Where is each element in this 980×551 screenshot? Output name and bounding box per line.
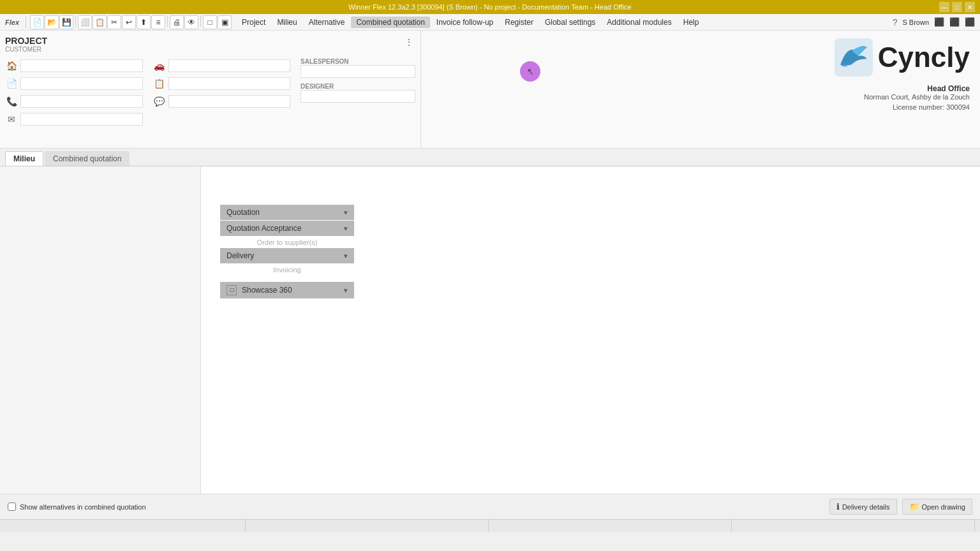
- field2b-input[interactable]: [168, 77, 291, 90]
- menu-register[interactable]: Register: [500, 17, 538, 28]
- quotation-label: Quotation: [226, 208, 260, 217]
- msg-row: 🚗: [153, 58, 291, 73]
- menu-invoice-followup[interactable]: Invoice follow-up: [431, 17, 498, 28]
- menu-bar: Flex 📄 📂 💾 ⬜ 📋 ✂ ↩ ⬆ ≡ 🖨 👁 □ ▣ Project M…: [0, 14, 980, 31]
- print-btn[interactable]: 🖨: [170, 15, 184, 29]
- show-alternatives-section: Show alternatives in combined quotation: [8, 503, 146, 511]
- quotation-acceptance-chevron: ▾: [344, 224, 348, 233]
- toolbar-icon-right2[interactable]: ⬛: [949, 17, 960, 27]
- cursor-indicator: ↖: [520, 61, 540, 82]
- license-info: License number: 300094: [893, 103, 970, 111]
- delivery-chevron: ▾: [344, 252, 348, 260]
- project-panel: PROJECT CUSTOMER ⋮ 🏠 📄: [0, 31, 421, 148]
- help-icon[interactable]: ?: [893, 17, 898, 27]
- field2a-input[interactable]: [168, 59, 291, 72]
- show-alternatives-checkbox[interactable]: [8, 503, 16, 511]
- paste-btn[interactable]: 📋: [93, 15, 107, 29]
- designer-label: DESIGNER: [301, 83, 415, 90]
- doc2-icon: 📋: [153, 77, 166, 90]
- phone-icon: 📞: [5, 95, 18, 108]
- company-name: Head Office: [864, 84, 970, 93]
- salesperson-input[interactable]: [301, 65, 415, 78]
- folder-icon: 📁: [909, 502, 919, 511]
- toolbar-icon-right1[interactable]: ⬛: [934, 17, 944, 27]
- options-btn[interactable]: ⋮: [403, 36, 415, 48]
- company-info: Head Office Norman Court, Ashby de la Zo…: [864, 84, 970, 101]
- cyncly-icon: [835, 38, 873, 77]
- menu-additional-modules[interactable]: Additional modules: [602, 17, 676, 28]
- email-row: ✉: [5, 112, 143, 127]
- workflow-delivery[interactable]: Delivery ▾: [220, 248, 354, 263]
- doc-icon: 📄: [5, 77, 18, 90]
- workflow-quotation-acceptance[interactable]: Quotation Acceptance ▾: [220, 221, 354, 236]
- tab-combined-quotation[interactable]: Combined quotation: [45, 151, 130, 166]
- status-bar: [0, 519, 980, 532]
- showcase-icon: ☐: [226, 285, 237, 295]
- workflow-showcase[interactable]: ☐ Showcase 360 ▾: [220, 282, 354, 298]
- workflow-order-to-supplier: Order to supplier(s): [220, 237, 354, 248]
- status-cell-1: [5, 520, 246, 532]
- tab-milieu[interactable]: Milieu: [5, 151, 43, 166]
- info-icon: ℹ: [836, 502, 840, 511]
- cyncly-text: Cyncly: [878, 41, 970, 73]
- toolbar-icon-right3[interactable]: ⬛: [965, 17, 975, 27]
- minimize-button[interactable]: —: [939, 2, 949, 12]
- showcase-label: Showcase 360: [242, 286, 292, 295]
- project-header: PROJECT CUSTOMER ⋮: [5, 36, 415, 53]
- title-bar: Winner Flex 12.3a2.3 [300094] (S Brown) …: [0, 0, 980, 14]
- open-drawing-label: Open drawing: [922, 503, 966, 511]
- menu-global-settings[interactable]: Global settings: [540, 17, 600, 28]
- workflow-quotation[interactable]: Quotation ▾: [220, 205, 354, 220]
- company-address: Norman Court, Ashby de la Zouch: [864, 93, 970, 101]
- menu-milieu[interactable]: Milieu: [272, 17, 302, 28]
- maximize-button[interactable]: □: [952, 2, 962, 12]
- doc-input[interactable]: [20, 77, 143, 90]
- doc-row: 📄: [5, 76, 143, 91]
- title-text: Winner Flex 12.3a2.3 [300094] (S Brown) …: [348, 3, 631, 11]
- show-alternatives-label: Show alternatives in combined quotation: [20, 503, 146, 511]
- bottom-bar: Show alternatives in combined quotation …: [0, 494, 980, 519]
- field2c-input[interactable]: [168, 95, 291, 108]
- email-input[interactable]: [20, 113, 143, 126]
- preview-btn[interactable]: 👁: [184, 15, 198, 29]
- menu-combined-quotation[interactable]: Combined quotation: [351, 17, 429, 28]
- status-cell-2: [248, 520, 489, 532]
- address-input[interactable]: [20, 59, 143, 72]
- left-sidebar: [0, 166, 201, 494]
- open-btn[interactable]: 📂: [45, 15, 59, 29]
- menu-project[interactable]: Project: [237, 17, 271, 28]
- cut-btn[interactable]: ✂: [107, 15, 121, 29]
- project-subtitle: CUSTOMER: [5, 46, 47, 53]
- flex-label: Flex: [3, 18, 22, 26]
- home-icon: 🏠: [5, 59, 18, 72]
- designer-input[interactable]: [301, 90, 415, 103]
- lower-content: Quotation ▾ Quotation Acceptance ▾ Order…: [0, 166, 980, 494]
- salesperson-section: SALESPERSON: [301, 58, 415, 78]
- menu-help[interactable]: Help: [678, 17, 704, 28]
- main-content: PROJECT CUSTOMER ⋮ 🏠 📄: [0, 31, 980, 494]
- extra-btn2[interactable]: ▣: [218, 15, 232, 29]
- close-button[interactable]: ✕: [965, 2, 975, 12]
- new-btn[interactable]: 📄: [30, 15, 44, 29]
- menu-alternative[interactable]: Alternative: [304, 17, 350, 28]
- copy-btn[interactable]: ⬜: [78, 15, 92, 29]
- project-title: PROJECT: [5, 36, 47, 46]
- open-drawing-btn[interactable]: 📁 Open drawing: [902, 499, 973, 515]
- phone-input[interactable]: [20, 95, 143, 108]
- right-panel: ↖ Cyncly Head Office Norman Court, Ashby…: [421, 31, 980, 148]
- designer-section: DESIGNER: [301, 83, 415, 103]
- save-btn[interactable]: 💾: [59, 15, 73, 29]
- delivery-details-btn[interactable]: ℹ Delivery details: [829, 499, 897, 515]
- doc2-row: 📋: [153, 76, 291, 91]
- redo-btn[interactable]: ⬆: [137, 15, 151, 29]
- quotation-acceptance-label: Quotation Acceptance: [226, 224, 301, 233]
- email-icon: ✉: [5, 113, 18, 126]
- undo-btn[interactable]: ↩: [122, 15, 136, 29]
- extra-btn1[interactable]: □: [203, 15, 217, 29]
- align-btn[interactable]: ≡: [151, 15, 165, 29]
- home-row: 🏠: [5, 58, 143, 73]
- workflow-panel: Quotation ▾ Quotation Acceptance ▾ Order…: [220, 205, 354, 300]
- msg2-row: 💬: [153, 94, 291, 109]
- delivery-details-label: Delivery details: [842, 503, 890, 511]
- status-cell-3: [491, 520, 732, 532]
